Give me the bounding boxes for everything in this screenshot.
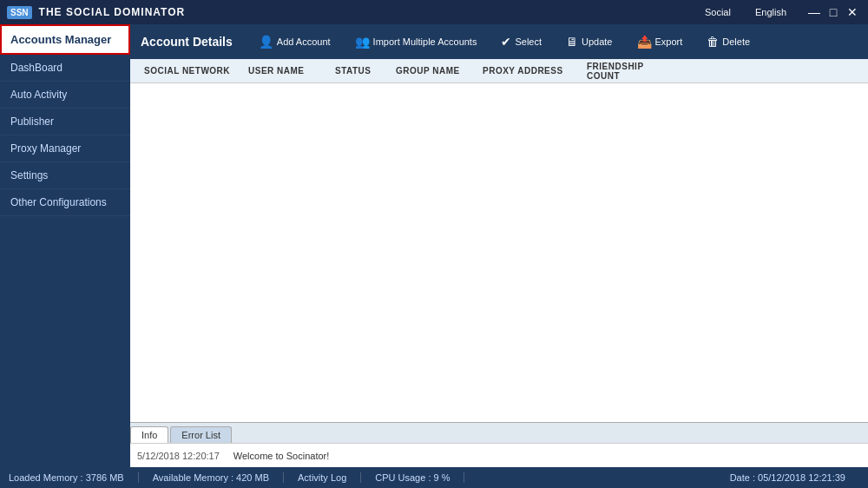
- sidebar-item-other-configurations[interactable]: Other Configurations: [0, 189, 130, 216]
- select-button[interactable]: ✔ Select: [496, 31, 547, 52]
- activity-log: Activity Log: [284, 472, 361, 483]
- col-header-group-name: GROUP NAME: [389, 66, 476, 76]
- status-date: Date : 05/12/2018 12:21:39: [716, 472, 859, 483]
- sidebar-item-publisher[interactable]: Publisher: [0, 109, 130, 135]
- status-bar: Loaded Memory : 3786 MB Available Memory…: [0, 467, 868, 488]
- bottom-tabs: Info Error List: [130, 422, 868, 443]
- log-area: 5/12/2018 12:20:17 Welcome to Socinator!: [130, 443, 868, 467]
- import-multiple-label: Import Multiple Accounts: [373, 36, 477, 47]
- cpu-usage: CPU Usage : 9 %: [361, 472, 464, 483]
- col-header-status: STATUS: [328, 66, 389, 76]
- toolbar-title: Account Details: [141, 35, 233, 49]
- title-bar: SSN THE SOCIAL DOMINATOR Social English …: [0, 0, 868, 24]
- available-memory: Available Memory : 420 MB: [139, 472, 284, 483]
- loaded-memory: Loaded Memory : 3786 MB: [9, 472, 139, 483]
- import-multiple-icon: 👥: [355, 35, 370, 49]
- accounts-manager-header[interactable]: Accounts Manager: [0, 24, 130, 55]
- select-label: Select: [515, 36, 542, 47]
- export-button[interactable]: 📤 Export: [632, 31, 688, 52]
- maximize-button[interactable]: □: [825, 3, 842, 21]
- delete-button[interactable]: 🗑 Delete: [701, 31, 755, 52]
- close-button[interactable]: ✕: [844, 3, 861, 21]
- title-bar-left: SSN THE SOCIAL DOMINATOR: [7, 6, 185, 19]
- import-multiple-button[interactable]: 👥 Import Multiple Accounts: [350, 31, 483, 52]
- col-header-friendship-count: FRIENDSHIP COUNT: [580, 62, 684, 81]
- export-label: Export: [655, 36, 683, 47]
- table-header: SOCIAL NETWORK USER NAME STATUS GROUP NA…: [130, 59, 868, 83]
- toolbar: Account Details 👤 Add Account 👥 Import M…: [130, 24, 868, 59]
- language-menu[interactable]: English: [750, 5, 792, 19]
- content-area: Account Details 👤 Add Account 👥 Import M…: [130, 24, 868, 467]
- update-label: Update: [582, 36, 612, 47]
- log-timestamp: 5/12/2018 12:20:17: [137, 451, 220, 461]
- main-layout: Accounts Manager DashBoard Auto Activity…: [0, 24, 868, 467]
- col-header-proxy-address: PROXY ADDRESS: [476, 66, 580, 76]
- window-controls: — □ ✕: [806, 3, 861, 21]
- sidebar-item-proxy-manager[interactable]: Proxy Manager: [0, 135, 130, 162]
- add-account-label: Add Account: [277, 36, 331, 47]
- add-account-button[interactable]: 👤 Add Account: [253, 31, 336, 52]
- sidebar-item-settings[interactable]: Settings: [0, 162, 130, 189]
- export-icon: 📤: [637, 35, 652, 49]
- update-button[interactable]: 🖥 Update: [561, 31, 617, 52]
- delete-icon: 🗑: [707, 35, 719, 49]
- log-message: Welcome to Socinator!: [233, 451, 329, 461]
- app-logo: SSN: [7, 6, 32, 19]
- tab-info[interactable]: Info: [130, 426, 168, 443]
- app-title: THE SOCIAL DOMINATOR: [39, 6, 186, 18]
- col-header-user-name: USER NAME: [241, 66, 328, 76]
- table-body: [130, 83, 868, 422]
- add-account-icon: 👤: [259, 35, 273, 49]
- minimize-button[interactable]: —: [806, 3, 823, 21]
- sidebar-item-auto-activity[interactable]: Auto Activity: [0, 82, 130, 109]
- sidebar: Accounts Manager DashBoard Auto Activity…: [0, 24, 130, 467]
- social-menu[interactable]: Social: [700, 5, 736, 19]
- col-header-social-network: SOCIAL NETWORK: [137, 66, 241, 76]
- title-bar-right: Social English — □ ✕: [700, 3, 861, 21]
- sidebar-item-dashboard[interactable]: DashBoard: [0, 55, 130, 82]
- select-icon: ✔: [501, 35, 511, 49]
- delete-label: Delete: [722, 36, 750, 47]
- tab-error-list[interactable]: Error List: [170, 426, 232, 443]
- update-icon: 🖥: [566, 35, 578, 49]
